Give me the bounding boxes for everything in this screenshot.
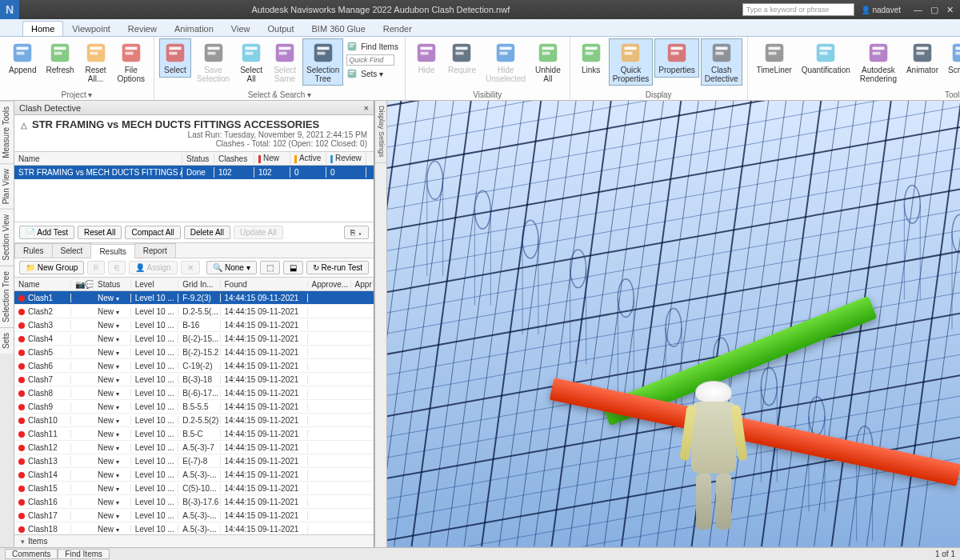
clash-cell[interactable]: New ▾: [94, 294, 131, 302]
quantification-button[interactable]: Quantification: [798, 38, 854, 78]
new-group-button[interactable]: 📁 New Group: [19, 261, 84, 274]
tab-comments[interactable]: Comments: [5, 549, 58, 559]
clash-row[interactable]: Clash13New ▾Level 10 ...E(-7)-814:44:15 …: [14, 454, 374, 468]
explode-button[interactable]: ✕: [181, 261, 200, 274]
test-col-active[interactable]: Active: [290, 153, 326, 163]
animator-button[interactable]: Animator: [902, 38, 942, 78]
compact-all-button[interactable]: Compact All: [125, 226, 180, 239]
side-tab-sets[interactable]: Sets: [0, 327, 14, 354]
clash-cell[interactable]: New ▾: [94, 362, 131, 370]
select-button[interactable]: Select: [159, 38, 191, 78]
test-cell[interactable]: 102: [214, 167, 254, 178]
clash-row[interactable]: Clash15New ▾Level 10 ...C(5)-10...14:44:…: [14, 482, 374, 495]
clash-cell[interactable]: New ▾: [94, 525, 131, 534]
clash-cell[interactable]: New ▾: [94, 389, 131, 398]
tab-bim-360-glue[interactable]: BIM 360 Glue: [303, 21, 374, 36]
clash-cell[interactable]: New ▾: [94, 375, 131, 384]
clash-row[interactable]: Clash14New ▾Level 10 ...A.5(-3)-...14:44…: [14, 468, 374, 482]
filter-btn-b[interactable]: ⬓: [283, 261, 303, 274]
clash-row[interactable]: Clash4New ▾Level 10 ...B(-2)-15...14:44:…: [14, 332, 374, 346]
clash-row[interactable]: Clash18New ▾Level 10 ...A.5(-3)-...14:44…: [14, 522, 374, 534]
subtab-select[interactable]: Select: [52, 243, 92, 258]
add-test-button[interactable]: 📄 Add Test: [19, 226, 74, 239]
clash-row[interactable]: Clash5New ▾Level 10 ...B(-2)-15.214:44:1…: [14, 346, 374, 359]
tab-animation[interactable]: Animation: [166, 21, 222, 36]
clash-cell[interactable]: New ▾: [94, 511, 131, 520]
subtab-results[interactable]: Results: [90, 244, 134, 258]
close-icon[interactable]: ✕: [946, 5, 954, 15]
test-col-new[interactable]: New: [254, 153, 290, 163]
links-button[interactable]: Links: [575, 38, 607, 78]
group-btn-2[interactable]: ⎗: [108, 261, 126, 274]
tab-view[interactable]: View: [222, 21, 259, 36]
clash-cell[interactable]: New ▾: [94, 484, 131, 493]
clash-cell[interactable]: New ▾: [94, 321, 131, 330]
quick-find-input[interactable]: [345, 54, 400, 66]
clash-cell[interactable]: New ▾: [94, 307, 131, 316]
clash-row[interactable]: Clash3New ▾Level 10 ...B-1614:44:15 09-1…: [14, 318, 374, 332]
delete-all-button[interactable]: Delete All: [184, 226, 230, 239]
test-cell[interactable]: 102: [254, 167, 290, 178]
test-col-clashes[interactable]: Clashes: [214, 154, 254, 164]
test-col-status[interactable]: Status: [182, 154, 214, 164]
clash-cell[interactable]: New ▾: [94, 402, 131, 411]
test-col-name[interactable]: Name: [14, 154, 182, 164]
side-tab-section-view[interactable]: Section View: [0, 209, 14, 266]
test-cell[interactable]: 0: [290, 167, 326, 178]
clash-row[interactable]: Clash8New ▾Level 10 ...B(-6)-17...14:44:…: [14, 386, 374, 400]
test-col-review[interactable]: Review: [326, 153, 366, 163]
clash-row[interactable]: Clash10New ▾Level 10 ...D.2-5.5(2)14:44:…: [14, 414, 374, 427]
side-tab-selection-tree[interactable]: Selection Tree: [0, 266, 14, 327]
rerun-button[interactable]: ↻ Re-run Test: [306, 261, 369, 274]
res-col[interactable]: Found: [221, 280, 308, 289]
clash-cell[interactable]: New ▾: [94, 334, 131, 343]
scripter-button[interactable]: Scripter: [944, 38, 960, 78]
clash-cell[interactable]: New ▾: [94, 457, 131, 466]
maximize-icon[interactable]: ▢: [930, 5, 938, 15]
clash-cell[interactable]: New ▾: [94, 348, 131, 357]
autodesk-rendering-button[interactable]: AutodeskRendering: [856, 38, 901, 86]
sets-item[interactable]: Sets ▾: [345, 67, 400, 80]
test-cell[interactable]: 0: [326, 167, 366, 178]
clash-row[interactable]: Clash7New ▾Level 10 ...B(-3)-1814:44:15 …: [14, 373, 374, 386]
res-col[interactable]: 📷💬: [71, 280, 94, 289]
quick-properties-button[interactable]: QuickProperties: [609, 38, 654, 86]
res-col[interactable]: Level: [131, 280, 179, 289]
require-button[interactable]: Require: [444, 38, 480, 78]
append-button[interactable]: Append: [5, 38, 40, 78]
clash-row[interactable]: Clash17New ▾Level 10 ...A.5(-3)-...14:44…: [14, 509, 374, 522]
res-col[interactable]: Appr: [351, 280, 374, 289]
user-label[interactable]: 👤 nadavet: [861, 6, 901, 14]
right-tab-display-settings[interactable]: Display Settings: [375, 101, 386, 163]
reset-all-button[interactable]: Reset All: [78, 226, 122, 239]
hide-unselected-button[interactable]: HideUnselected: [482, 38, 530, 86]
clash-row[interactable]: Clash1New ▾Level 10 ...F-9.2(3)14:44:15 …: [14, 291, 374, 305]
select-same-button[interactable]: SelectSame: [269, 38, 301, 86]
tab-viewpoint[interactable]: Viewpoint: [63, 21, 119, 36]
tab-output[interactable]: Output: [259, 21, 303, 36]
clash-row[interactable]: Clash11New ▾Level 10 ...B.5-C14:44:15 09…: [14, 427, 374, 441]
unhide-all-button[interactable]: UnhideAll: [531, 38, 565, 86]
panel-close-icon[interactable]: ×: [364, 103, 369, 113]
selection-tree-button[interactable]: SelectionTree: [302, 38, 343, 86]
test-cell[interactable]: Done: [182, 167, 214, 178]
tab-render[interactable]: Render: [374, 21, 421, 36]
clash-cell[interactable]: New ▾: [94, 430, 131, 438]
res-col[interactable]: Status: [94, 280, 131, 289]
group-btn-1[interactable]: ⎘: [87, 261, 105, 274]
clash-cell[interactable]: New ▾: [94, 416, 131, 425]
filter-btn-a[interactable]: ⬚: [260, 261, 280, 274]
tab-home[interactable]: Home: [22, 21, 63, 36]
file-options-button[interactable]: FileOptions: [114, 38, 149, 86]
clash-cell[interactable]: New ▾: [94, 443, 131, 452]
hide-button[interactable]: Hide: [410, 38, 442, 78]
clash-row[interactable]: Clash9New ▾Level 10 ...B.5-5.514:44:15 0…: [14, 400, 374, 414]
subtab-report[interactable]: Report: [134, 243, 176, 258]
tab-find-items[interactable]: Find Items: [58, 549, 110, 559]
clash-row[interactable]: Clash16New ▾Level 10 ...B(-3)-17.614:44:…: [14, 495, 374, 509]
reset-all-button[interactable]: ResetAll...: [80, 38, 112, 86]
help-search[interactable]: Type a keyword or phrase: [742, 3, 854, 16]
res-col[interactable]: Name: [14, 280, 71, 289]
refresh-button[interactable]: Refresh: [42, 38, 78, 78]
properties-button[interactable]: Properties: [654, 38, 699, 78]
